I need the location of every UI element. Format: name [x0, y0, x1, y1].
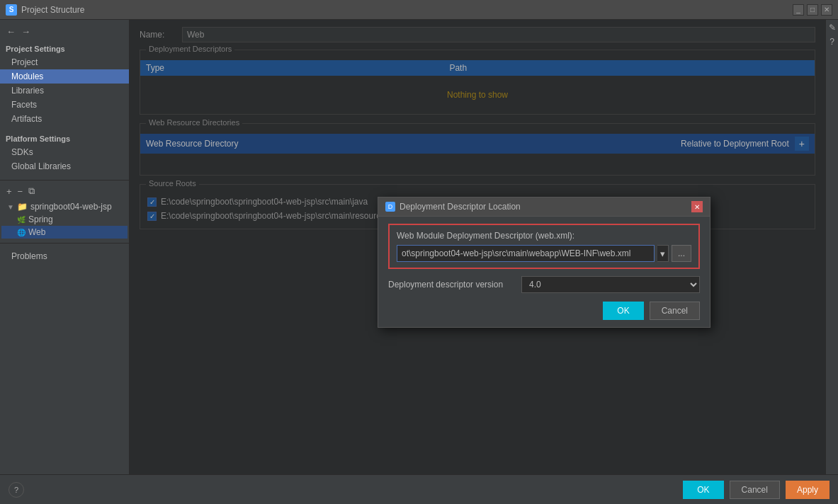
dialog-buttons: OK Cancel [388, 302, 700, 320]
modules-label: Modules [11, 71, 43, 81]
tree-spring-item[interactable]: 🌿 Spring [1, 213, 128, 226]
help-icon[interactable]: ? [827, 37, 838, 47]
facets-label: Facets [11, 100, 37, 110]
close-button[interactable]: ✕ [821, 4, 832, 16]
edit-icon[interactable]: ✎ [827, 23, 838, 33]
maximize-button[interactable]: □ [807, 4, 818, 16]
problems-label: Problems [11, 251, 47, 261]
dialog-overlay: D Deployment Descriptor Location ✕ Web M… [130, 20, 825, 474]
version-select[interactable]: 4.0 3.1 3.0 2.5 [521, 276, 700, 293]
descriptor-version-row: Deployment descriptor version 4.0 3.1 3.… [388, 276, 700, 293]
sidebar-toolbar: ← → [0, 23, 129, 40]
dialog-close-button[interactable]: ✕ [691, 201, 703, 212]
ok-button[interactable]: OK [683, 481, 723, 499]
sidebar: ← → Project Settings Project Modules Lib… [0, 20, 130, 474]
web-icon: 🌐 [17, 229, 26, 236]
artifacts-label: Artifacts [11, 114, 42, 124]
project-settings-header: Project Settings [0, 40, 129, 55]
dialog-cancel-button[interactable]: Cancel [650, 302, 700, 320]
dialog-body: Web Module Deployment Descriptor (web.xm… [378, 217, 710, 327]
dialog-title-bar: D Deployment Descriptor Location ✕ [378, 197, 710, 217]
sidebar-item-sdks[interactable]: SDKs [0, 145, 129, 159]
sidebar-item-facets[interactable]: Facets [0, 98, 129, 112]
version-label: Deployment descriptor version [388, 280, 516, 290]
window-title: Project Structure [21, 5, 84, 15]
sidebar-item-global-libraries[interactable]: Global Libraries [0, 159, 129, 173]
forward-button[interactable]: → [19, 25, 33, 38]
apply-button[interactable]: Apply [786, 481, 829, 499]
platform-settings-header: Platform Settings [0, 130, 129, 145]
minimize-button[interactable]: _ [793, 4, 804, 16]
main-container: ← → Project Settings Project Modules Lib… [0, 20, 838, 474]
sdks-label: SDKs [11, 147, 33, 157]
sidebar-item-problems[interactable]: Problems [6, 249, 123, 263]
sidebar-item-project[interactable]: Project [0, 55, 129, 69]
descriptor-input-row: ▾ ... [397, 245, 691, 262]
dialog-ok-button[interactable]: OK [603, 302, 643, 320]
bottom-left: ? [9, 482, 24, 498]
title-bar: S Project Structure _ □ ✕ [0, 0, 838, 20]
descriptor-dropdown-button[interactable]: ▾ [657, 245, 669, 262]
bottom-bar: ? OK Cancel Apply [0, 474, 838, 504]
tree-web-item[interactable]: 🌐 Web [1, 226, 128, 239]
sidebar-item-artifacts[interactable]: Artifacts [0, 112, 129, 126]
spring-label: Spring [28, 214, 53, 224]
help-button[interactable]: ? [9, 482, 24, 498]
dialog-icon: D [385, 202, 395, 212]
descriptor-browse-button[interactable]: ... [672, 245, 691, 262]
add-module-button[interactable]: + [4, 185, 14, 197]
dialog-title-text: Deployment Descriptor Location [400, 202, 521, 212]
copy-module-button[interactable]: ⧉ [26, 185, 37, 197]
sidebar-item-modules[interactable]: Modules [0, 69, 129, 84]
descriptor-field-label: Web Module Deployment Descriptor (web.xm… [397, 231, 691, 241]
back-button[interactable]: ← [4, 25, 18, 38]
root-module-label: springboot04-web-jsp [30, 202, 112, 212]
tree-root-item[interactable]: ▼ 📁 springboot04-web-jsp [1, 200, 128, 213]
cancel-button[interactable]: Cancel [730, 481, 780, 499]
web-label: Web [28, 227, 45, 237]
content-area: Name: Deployment Descriptors Type Path [130, 20, 825, 474]
bottom-right: OK Cancel Apply [683, 481, 829, 499]
deployment-descriptor-dialog: D Deployment Descriptor Location ✕ Web M… [378, 197, 710, 328]
project-label: Project [11, 57, 38, 67]
libraries-label: Libraries [11, 86, 44, 96]
global-libraries-label: Global Libraries [11, 161, 71, 171]
spring-icon: 🌿 [17, 216, 26, 224]
right-toolbar: ✎ ? [825, 20, 838, 474]
sidebar-item-libraries[interactable]: Libraries [0, 84, 129, 98]
descriptor-path-input[interactable] [397, 245, 655, 262]
descriptor-field-group: Web Module Deployment Descriptor (web.xm… [388, 224, 700, 269]
window-controls: _ □ ✕ [793, 4, 832, 16]
app-icon: S [6, 4, 17, 16]
folder-icon: 📁 [17, 202, 28, 212]
remove-module-button[interactable]: − [16, 185, 26, 197]
